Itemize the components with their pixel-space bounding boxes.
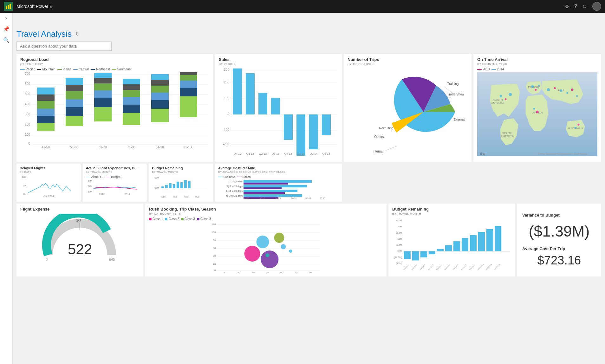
- svg-text:$0.50: $0.50: [320, 197, 325, 199]
- delayed-subtitle: BY DATE: [20, 171, 78, 173]
- regional-load-chart: 700 600 500 400 300 200 100 0: [20, 72, 209, 148]
- svg-point-107: [505, 98, 507, 100]
- svg-point-194: [274, 233, 284, 243]
- svg-rect-22: [37, 101, 55, 109]
- svg-text:$0.5M: $0.5M: [396, 244, 402, 246]
- legend-plains: Plains: [57, 68, 71, 71]
- svg-rect-26: [66, 116, 83, 126]
- svg-text:Q1 13: Q1 13: [246, 152, 254, 155]
- svg-text:60: 60: [213, 247, 216, 250]
- budget-large-title: Budget Remaining: [392, 207, 511, 211]
- svg-rect-31: [66, 78, 83, 85]
- svg-point-195: [244, 246, 260, 262]
- svg-rect-24: [37, 88, 55, 94]
- collapse-icon[interactable]: ›: [5, 15, 7, 21]
- svg-rect-152: [244, 180, 312, 183]
- svg-text:100: 100: [224, 96, 229, 100]
- legend-northeast: Northeast: [91, 68, 110, 71]
- svg-rect-38: [94, 73, 112, 78]
- svg-rect-29: [66, 91, 83, 99]
- svg-rect-37: [94, 78, 112, 83]
- actual-flight-card: Actual Flight Expenditures, Bu... BY TRA…: [83, 164, 147, 202]
- svg-point-120: [575, 127, 576, 129]
- svg-rect-154: [244, 190, 297, 192]
- svg-text:91-100: 91-100: [183, 146, 193, 148]
- svg-text:300: 300: [224, 68, 229, 71]
- powerbi-logo: [4, 2, 13, 11]
- topnav-icons: ⚙ ? ☺: [565, 2, 601, 11]
- budget-small-chart: $2M $0M 1/1/2 4/1/2 7/1/2 8/1/2: [152, 175, 210, 199]
- svg-point-117: [576, 95, 578, 97]
- svg-text:100: 100: [211, 231, 216, 234]
- svg-point-197: [281, 244, 286, 249]
- rush-chart: 120 100 80 60 40 20 0 20: [149, 222, 383, 274]
- svg-text:$0M: $0M: [155, 187, 159, 189]
- row3: Flight Expense 0 645 345: [16, 204, 601, 280]
- svg-point-116: [571, 88, 574, 91]
- legend-2014: 2014: [491, 68, 504, 71]
- svg-text:4/1/2014: 4/1/2014: [427, 264, 434, 270]
- actual-title: Actual Flight Expenditures, Bu...: [86, 166, 144, 170]
- svg-text:80: 80: [213, 239, 216, 242]
- svg-text:Q4 12: Q4 12: [234, 152, 242, 155]
- settings-icon[interactable]: ⚙: [565, 3, 569, 10]
- avg-cost-title: Average Cost Per Mile: [218, 166, 339, 170]
- svg-text:Q1 14: Q1 14: [297, 152, 305, 155]
- svg-rect-33: [94, 107, 112, 121]
- svg-text:5K: 5K: [23, 184, 27, 187]
- svg-text:$2M: $2M: [398, 225, 402, 228]
- svg-rect-35: [94, 90, 112, 98]
- svg-rect-78: [271, 98, 280, 114]
- svg-text:40: 40: [252, 271, 255, 274]
- svg-text:($1M): ($1M): [396, 262, 402, 265]
- avatar[interactable]: [592, 2, 601, 11]
- svg-text:0: 0: [227, 112, 229, 116]
- search-sidebar-icon[interactable]: 🔍: [3, 37, 10, 43]
- svg-text:70: 70: [295, 271, 297, 274]
- svg-text:10/1/2014: 10/1/2014: [477, 263, 484, 270]
- svg-rect-42: [123, 97, 140, 105]
- legend-central: Central: [73, 68, 89, 71]
- svg-point-199: [266, 253, 270, 257]
- svg-point-109: [531, 85, 534, 88]
- svg-point-108: [509, 93, 512, 96]
- budget-remaining-small-card: Budget Remaining BY TRAVEL MONTH $2M $0M…: [149, 164, 213, 202]
- svg-text:5/1/2014: 5/1/2014: [436, 264, 442, 270]
- svg-text:$1.5M: $1.5M: [396, 231, 402, 234]
- svg-rect-36: [94, 83, 112, 90]
- svg-text:Trade Show: Trade Show: [447, 93, 465, 96]
- svg-point-112: [547, 88, 550, 91]
- topnav: Microsoft Power BI ⚙ ? ☺: [0, 0, 605, 13]
- delayed-chart: 10K 5K 0K Jan 2014: [20, 175, 78, 198]
- user-icon[interactable]: ☺: [582, 3, 587, 9]
- svg-rect-138: [169, 183, 172, 188]
- avg-cost-trip-value: $723.16: [522, 254, 596, 267]
- svg-rect-74: [246, 73, 255, 114]
- help-icon[interactable]: ?: [574, 3, 577, 9]
- avg-cost-subtitle: BY ADVANCED BOOKING CATEGORY, TRIP CLASS: [218, 171, 339, 173]
- svg-rect-20: [37, 116, 55, 123]
- pin-icon[interactable]: 📌: [3, 26, 10, 32]
- svg-text:300: 300: [25, 113, 30, 116]
- svg-text:8/1/2014: 8/1/2014: [460, 264, 467, 270]
- svg-point-119: [536, 111, 539, 113]
- qa-input[interactable]: [16, 42, 112, 51]
- svg-point-114: [560, 89, 563, 92]
- svg-text:$0.00: $0.00: [244, 197, 249, 199]
- svg-text:41-50: 41-50: [42, 146, 50, 148]
- variance-value: ($1.39M): [522, 223, 596, 240]
- sales-title: Sales: [219, 57, 338, 62]
- on-time-legend: 2013 2014: [477, 68, 597, 71]
- svg-text:1/1/2014: 1/1/2014: [403, 264, 409, 270]
- svg-rect-219: [486, 229, 493, 251]
- budget-large-card: Budget Remaining BY TRAVEL MONTH $2.5M $…: [388, 204, 515, 276]
- budget-small-subtitle: BY TRAVEL MONTH: [152, 171, 210, 173]
- refresh-icon[interactable]: ↻: [75, 31, 80, 37]
- svg-text:40: 40: [213, 255, 216, 257]
- svg-text:345: 345: [76, 219, 81, 223]
- svg-rect-156: [244, 183, 288, 185]
- svg-rect-80: [284, 114, 293, 140]
- svg-text:400: 400: [25, 102, 30, 106]
- svg-rect-54: [180, 96, 197, 117]
- row2-col3-spacer: [344, 164, 601, 202]
